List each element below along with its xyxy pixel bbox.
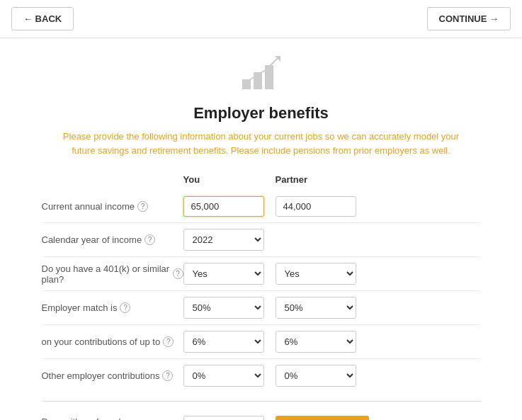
employer-match-you-select[interactable]: 0% 25% 50% 75% 100%	[183, 297, 264, 319]
pension-label: Does either of you have a pension? ?	[42, 416, 183, 421]
employer-match-label: Employer match is ?	[42, 302, 183, 313]
pension-row: Does either of you have a pension? ? Yes…	[42, 410, 481, 420]
other-contributions-row: Other employer contributions ? 0% 1% 2% …	[42, 359, 481, 392]
contributions-label: on your contributions of up to ?	[42, 336, 183, 347]
contributions-help-icon[interactable]: ?	[163, 336, 174, 347]
contributions-row: on your contributions of up to ? 1% 2% 3…	[42, 325, 481, 359]
calendar-year-row: Calendar year of income ? 2020 2021 2022…	[42, 223, 481, 257]
annual-income-help-icon[interactable]: ?	[137, 201, 148, 212]
annual-income-row: Current annual income ?	[42, 191, 481, 223]
page-subtitle: Please provide the following information…	[56, 130, 467, 157]
contributions-you-select[interactable]: 1% 2% 3% 4% 5% 6% 7% 8%	[183, 331, 264, 353]
page-title: Employer benefits	[28, 104, 494, 123]
employer-match-row: Employer match is ? 0% 25% 50% 75% 100% …	[42, 291, 481, 325]
annual-income-partner-input[interactable]	[276, 196, 356, 217]
employer-match-inputs: 0% 25% 50% 75% 100% 0% 25% 50% 75% 100%	[183, 297, 356, 319]
other-contributions-you-select[interactable]: 0% 1% 2% 3% 4% 5%	[183, 365, 264, 387]
pension-select[interactable]: Yes No	[183, 416, 264, 420]
bar-chart-icon	[237, 52, 286, 97]
calendar-year-inputs: 2020 2021 2022 2023 2024	[183, 229, 264, 251]
other-contributions-inputs: 0% 1% 2% 3% 4% 5% 0% 1% 2% 3% 4% 5%	[183, 365, 356, 387]
employer-match-help-icon[interactable]: ?	[120, 302, 130, 313]
401k-partner-select[interactable]: Yes No	[276, 263, 356, 285]
401k-you-select[interactable]: Yes No	[183, 263, 264, 285]
annual-income-you-input[interactable]	[183, 196, 264, 217]
form-section: Current annual income ? Calendar year of…	[42, 191, 481, 392]
back-button[interactable]: ← BACK	[11, 7, 74, 30]
calendar-year-label: Calendar year of income ?	[42, 234, 183, 245]
other-contributions-help-icon[interactable]: ?	[162, 370, 173, 381]
contributions-inputs: 1% 2% 3% 4% 5% 6% 7% 8% 1% 2% 3% 4% 5% 6…	[183, 331, 356, 353]
you-column-header: You	[183, 174, 276, 185]
annual-income-label: Current annual income ?	[42, 201, 183, 212]
calendar-year-help-icon[interactable]: ?	[144, 234, 155, 245]
other-contributions-label: Other employer contributions ?	[42, 370, 183, 381]
edit-pensions-button[interactable]: EDIT PENSIONS	[276, 416, 369, 420]
main-content: Employer benefits Please provide the fol…	[0, 38, 522, 420]
401k-help-icon[interactable]: ?	[173, 268, 183, 279]
calendar-year-you-select[interactable]: 2020 2021 2022 2023 2024	[183, 229, 264, 251]
top-navigation: ← BACK CONTINUE →	[0, 0, 522, 38]
employer-match-partner-select[interactable]: 0% 25% 50% 75% 100%	[276, 297, 356, 319]
partner-column-header: Partner	[276, 174, 368, 185]
chart-icon-area	[28, 52, 494, 97]
column-headers: You Partner	[42, 174, 481, 185]
section-divider	[42, 401, 481, 402]
continue-button[interactable]: CONTINUE →	[427, 7, 511, 30]
pension-controls: Yes No EDIT PENSIONS	[183, 416, 369, 420]
other-contributions-partner-select[interactable]: 0% 1% 2% 3% 4% 5%	[276, 365, 356, 387]
svg-rect-0	[242, 79, 251, 89]
401k-row: Do you have a 401(k) or similar plan? ? …	[42, 257, 481, 291]
annual-income-inputs	[183, 196, 356, 217]
contributions-partner-select[interactable]: 1% 2% 3% 4% 5% 6% 7% 8%	[276, 331, 356, 353]
401k-inputs: Yes No Yes No	[183, 263, 356, 285]
401k-label: Do you have a 401(k) or similar plan? ?	[42, 263, 183, 285]
